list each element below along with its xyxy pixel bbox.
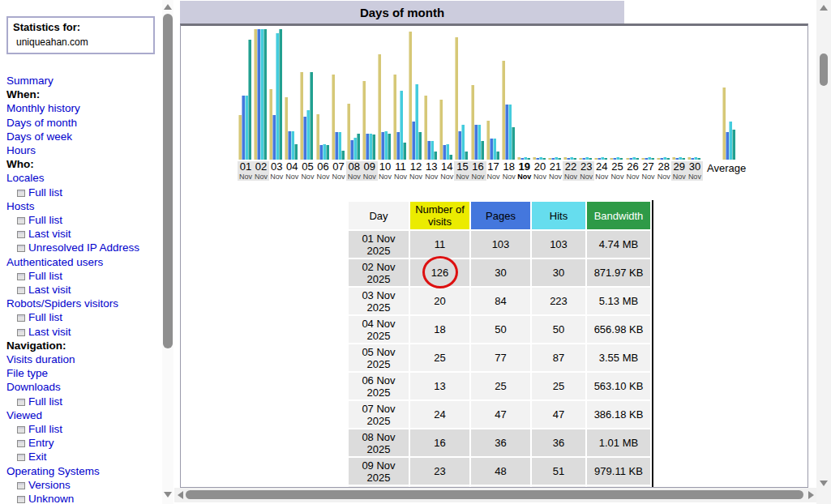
sidebar-item-last-visit[interactable]: Last visit	[6, 325, 162, 339]
sidebar-item-full-list[interactable]: Full list	[6, 310, 162, 324]
sidebar-item-file-type[interactable]: File type	[6, 366, 162, 380]
day-year: 2025	[352, 245, 405, 257]
scroll-down-icon[interactable]	[820, 481, 828, 486]
axis-label-29: 29Nov	[671, 161, 688, 181]
axis-day-number: 08	[346, 161, 362, 173]
sidebar-item-full-list[interactable]: Full list	[6, 422, 162, 436]
days-of-month-table-wrap: DayNumber of visitsPagesHitsBandwidth01 …	[347, 200, 653, 488]
sidebar-item-versions[interactable]: Versions	[6, 478, 162, 492]
sidebar-item-operating-systems[interactable]: Operating Systems	[6, 464, 162, 478]
sidebar-item-summary[interactable]: Summary	[6, 74, 162, 88]
sidebar-item-unresolved-ip-address[interactable]: Unresolved IP Address	[6, 241, 162, 254]
sidebar-item-last-visit[interactable]: Last visit	[6, 283, 162, 297]
bandwidth-bar	[263, 29, 267, 160]
sidebar-item-entry[interactable]: Entry	[6, 436, 162, 450]
sidebar-item-locales[interactable]: Locales	[6, 171, 162, 185]
statistics-for-label: Statistics for:	[13, 21, 148, 33]
sidebar-item-hours[interactable]: Hours	[6, 143, 162, 157]
bar-group-08	[346, 29, 362, 160]
sidebar-item-days-of-month[interactable]: Days of month	[6, 116, 162, 130]
table-header-row: DayNumber of visitsPagesHitsBandwidth	[349, 202, 650, 229]
sidebar-item-last-visit[interactable]: Last visit	[6, 227, 162, 241]
table-row-06-nov: 06 Nov2025132525563.10 KB	[349, 373, 650, 399]
sidebar-item-monthly-history[interactable]: Monthly history	[6, 101, 162, 115]
bar-group-17	[486, 29, 501, 160]
column-header-hits: Hits	[532, 202, 585, 229]
cell-bandwidth: 3.55 MB	[587, 344, 650, 371]
cell-day: 03 Nov2025	[349, 288, 409, 314]
sidebar-item-exit[interactable]: Exit	[6, 450, 162, 463]
sidebar-item-label: Entry	[28, 437, 54, 449]
bar-group-01	[238, 29, 253, 160]
bandwidth-bar	[527, 158, 530, 160]
main-horizontal-scrollbar[interactable]	[174, 488, 816, 502]
sidebar-item-label: When:	[6, 88, 40, 100]
bandwidth-bar	[732, 130, 735, 160]
bar-group-15	[454, 29, 469, 160]
page-title: Days of month	[360, 6, 444, 19]
sidebar-item-robots-spiders-visitors[interactable]: Robots/Spiders visitors	[6, 297, 162, 310]
sidebar-item-label: Summary	[6, 75, 54, 87]
axis-label-24: 24Nov	[593, 161, 610, 181]
sidebar-item-days-of-week[interactable]: Days of week	[6, 130, 162, 143]
table-row-04-nov: 04 Nov2025185050656.98 KB	[349, 316, 650, 343]
axis-day-number: 07	[331, 161, 347, 173]
axis-day-number: 05	[299, 161, 315, 173]
bar-group-05	[299, 29, 315, 160]
scroll-left-icon[interactable]	[178, 491, 183, 499]
scroll-down-icon[interactable]	[164, 492, 172, 498]
axis-month-label: Nov	[625, 173, 641, 181]
axis-day-number: 30	[687, 161, 703, 173]
days-of-month-chart: 01Nov02Nov03Nov04Nov05Nov06Nov07Nov08Nov…	[238, 29, 805, 207]
table-row-03-nov: 03 Nov202520842235.13 MB	[349, 288, 650, 314]
menu-bullet-icon	[17, 190, 25, 197]
cell-pages: 84	[471, 288, 530, 314]
scroll-up-icon[interactable]	[164, 4, 172, 10]
axis-month-label: Nov	[392, 173, 409, 181]
cell-visits: 16	[410, 429, 469, 456]
sidebar-item-hosts[interactable]: Hosts	[6, 199, 162, 213]
scroll-right-icon[interactable]	[808, 491, 814, 499]
axis-day-number: 23	[578, 161, 594, 173]
sidebar-item-label: Operating Systems	[6, 465, 100, 477]
bar-group-07	[331, 29, 346, 160]
sidebar-item-full-list[interactable]: Full list	[6, 213, 162, 227]
cell-pages: 47	[471, 401, 530, 428]
main-horizontal-scrollbar-thumb[interactable]	[186, 490, 803, 499]
axis-label-20: 20Nov	[532, 161, 548, 181]
sidebar-item-label: Full list	[28, 270, 62, 282]
bar-group-26	[625, 29, 640, 160]
sidebar-item-authenticated-users[interactable]: Authenticated users	[6, 255, 162, 269]
bandwidth-bar	[372, 135, 375, 160]
main-vertical-scrollbar[interactable]	[816, 0, 831, 504]
sidebar-scrollbar-thumb[interactable]	[163, 14, 173, 348]
sidebar-item-unknown[interactable]: Unknown	[6, 492, 162, 504]
axis-month-label: Nov	[656, 173, 672, 181]
bar-group-20	[532, 29, 547, 160]
axis-month-label: Nov	[439, 173, 455, 181]
sidebar-item-downloads[interactable]: Downloads	[6, 380, 162, 394]
sidebar-item-label: Full list	[28, 214, 62, 226]
table-row-07-nov: 07 Nov2025244747386.18 KB	[349, 401, 650, 428]
axis-label-03: 03Nov	[268, 161, 285, 181]
axis-day-number: 02	[253, 161, 269, 173]
bandwidth-bar	[604, 158, 607, 160]
axis-label-30: 30Nov	[687, 161, 703, 181]
sidebar-item-viewed[interactable]: Viewed	[6, 408, 162, 422]
bar-group-25	[609, 29, 624, 160]
sidebar-item-visits-duration[interactable]: Visits duration	[6, 352, 162, 366]
sidebar-scrollbar[interactable]	[162, 0, 173, 504]
sidebar-item-label: Days of month	[6, 117, 77, 129]
axis-month-label: Nov	[578, 173, 594, 181]
day-year: 2025	[352, 472, 405, 484]
sidebar-item-label: Last visit	[28, 228, 71, 240]
sidebar-item-full-list[interactable]: Full list	[6, 186, 162, 199]
axis-month-label: Nov	[501, 173, 517, 181]
sidebar-item-full-list[interactable]: Full list	[6, 395, 162, 408]
axis-label-27: 27Nov	[640, 161, 657, 181]
sidebar-item-full-list[interactable]: Full list	[6, 269, 162, 283]
scroll-up-icon[interactable]	[820, 5, 828, 11]
axis-month-label: Nov	[532, 173, 548, 181]
main-vertical-scrollbar-thumb[interactable]	[820, 53, 828, 86]
bar-group-23	[578, 29, 593, 160]
